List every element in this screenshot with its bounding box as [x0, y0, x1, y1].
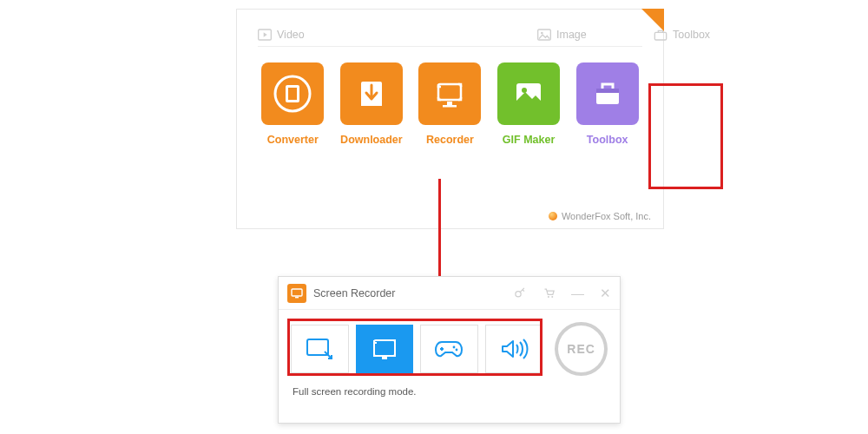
tile-downloader[interactable]: Downloader [337, 62, 407, 146]
tiles-row: Converter Downloader Recorder GIF Maker … [237, 47, 663, 146]
category-row: Video Image Toolbox [237, 10, 663, 41]
svg-point-26 [456, 349, 458, 352]
tile-converter[interactable]: Converter [258, 62, 328, 146]
main-window: Video Image Toolbox Converter Downloader [236, 9, 664, 229]
recorder-body: REC [279, 310, 620, 381]
tile-toolbox[interactable]: Toolbox [572, 62, 642, 146]
brand-logo-icon [549, 212, 557, 220]
tile-label: Converter [267, 134, 319, 146]
image-icon [537, 29, 551, 41]
key-icon[interactable] [514, 286, 527, 299]
record-button-label: REC [567, 342, 595, 356]
recorder-app-icon [287, 284, 306, 303]
category-toolbox-label: Toolbox [673, 29, 710, 41]
svg-rect-11 [447, 102, 452, 105]
mode-fullscreen-button[interactable] [356, 325, 414, 373]
svg-rect-4 [654, 32, 666, 40]
tile-label: Downloader [340, 134, 403, 146]
recorder-icon [418, 62, 481, 125]
svg-rect-12 [443, 105, 457, 108]
svg-point-20 [548, 296, 549, 298]
converter-icon [261, 62, 324, 125]
corner-fold-decoration [641, 9, 664, 31]
svg-rect-9 [361, 102, 382, 106]
record-button[interactable]: REC [555, 322, 608, 376]
svg-rect-23 [374, 340, 395, 356]
category-image-label: Image [556, 29, 587, 41]
svg-marker-1 [264, 32, 267, 36]
cart-icon[interactable] [542, 286, 556, 299]
tile-label: Toolbox [587, 134, 628, 146]
close-button[interactable]: ✕ [600, 286, 611, 299]
downloader-icon [340, 62, 403, 125]
recorder-status: Full screen recording mode. [279, 381, 620, 397]
tile-label: GIF Maker [503, 134, 555, 146]
mode-game-button[interactable] [420, 325, 478, 373]
svg-point-21 [551, 296, 553, 298]
tile-label: Recorder [426, 134, 474, 146]
svg-rect-16 [596, 89, 619, 93]
gifmaker-icon [497, 62, 560, 125]
svg-rect-10 [438, 84, 461, 100]
svg-point-14 [522, 88, 527, 93]
svg-rect-24 [382, 357, 387, 359]
tile-recorder[interactable]: Recorder [415, 62, 485, 146]
category-video-label: Video [277, 29, 305, 41]
svg-point-25 [453, 346, 456, 349]
mode-audio-button[interactable] [485, 325, 543, 373]
toolbox-tile-icon [576, 62, 639, 125]
tile-gifmaker[interactable]: GIF Maker [494, 62, 564, 146]
video-icon [258, 29, 272, 41]
minimize-button[interactable]: — [571, 286, 584, 299]
recorder-title: Screen Recorder [313, 287, 514, 299]
brand-text: WonderFox Soft, Inc. [562, 211, 651, 221]
svg-rect-17 [292, 289, 302, 296]
footer-brand: WonderFox Soft, Inc. [549, 211, 651, 221]
svg-point-3 [541, 32, 543, 35]
recorder-titlebar: Screen Recorder — ✕ [279, 277, 620, 310]
category-image[interactable]: Image [537, 29, 617, 41]
recorder-window: Screen Recorder — ✕ REC Full screen reco… [278, 276, 621, 424]
svg-rect-7 [288, 88, 297, 100]
mode-region-button[interactable] [291, 325, 349, 373]
svg-rect-18 [295, 297, 299, 298]
category-video[interactable]: Video [258, 29, 501, 41]
